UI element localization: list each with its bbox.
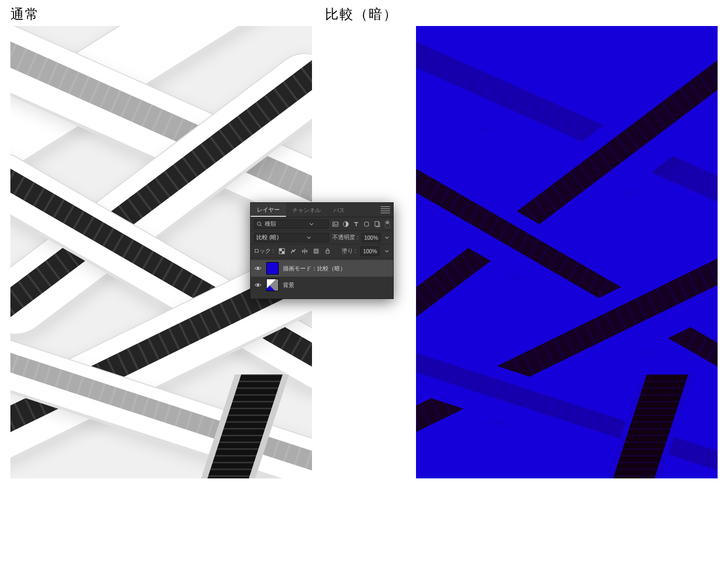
filter-toggle-switch[interactable] [385,220,390,228]
lock-all-icon[interactable] [324,248,331,255]
visibility-eye-icon[interactable] [254,264,262,272]
chevron-down-icon [296,221,326,227]
chevron-down-icon [292,235,327,241]
layer-row[interactable]: 背景 [251,277,393,293]
lock-position-icon[interactable] [301,248,308,255]
svg-rect-8 [279,249,282,251]
tab-paths[interactable]: パス [327,203,351,217]
filter-pixel-icon[interactable] [332,220,339,228]
layer-row[interactable]: 描画モード：比較（暗） [251,260,393,277]
panel-tabbar: レイヤー チャンネル パス [251,203,393,217]
svg-rect-9 [282,251,284,254]
blue-overlay [416,26,718,478]
lock-fill-row: ロック : 塗り : 10 [251,244,393,258]
layer-thumbnail [266,279,279,291]
svg-rect-11 [315,250,317,252]
svg-rect-10 [314,249,318,253]
filter-adjustment-icon[interactable] [342,220,349,228]
search-icon [256,221,263,227]
layer-thumbnail [266,262,279,275]
lock-transparency-icon[interactable] [278,248,285,255]
lock-image-icon[interactable] [290,248,297,255]
lock-artboard-icon[interactable] [313,248,320,255]
caption-normal: 通常 [10,5,40,23]
svg-point-0 [257,222,261,225]
layer-filter-row: 種類 [251,217,393,231]
fill-input[interactable]: 100% [360,246,380,256]
fill-chevron-icon[interactable] [384,248,390,254]
opacity-input[interactable]: 100% [361,233,381,242]
layer-name: 描画モード：比較（暗） [283,265,390,272]
tab-channels[interactable]: チャンネル [286,203,327,217]
filter-type-icon[interactable] [353,220,360,228]
lock-label: ロック : [254,248,274,255]
svg-rect-12 [326,251,329,253]
layer-name: 背景 [283,281,390,289]
layer-filter-kind-dropdown[interactable]: 種類 [254,219,329,229]
opacity-chevron-icon[interactable] [384,235,390,241]
blend-mode-value: 比較 (暗) [256,234,292,241]
layers-list: 描画モード：比較（暗） 背景 [251,258,393,298]
opacity-label: 不透明度 : [332,234,358,241]
fill-label: 塗り : [342,248,356,255]
filter-shape-icon[interactable] [363,220,370,228]
preview-image-darken [416,26,718,478]
svg-rect-5 [365,222,369,226]
opacity-value: 100% [364,235,378,241]
tab-layers[interactable]: レイヤー [251,203,286,217]
visibility-eye-icon[interactable] [254,281,262,289]
svg-line-1 [261,225,262,226]
fill-value: 100% [363,248,377,254]
layer-filter-kind-label: 種類 [265,220,294,228]
svg-rect-6 [375,222,379,226]
svg-point-14 [257,284,259,286]
svg-point-13 [257,267,259,269]
layers-panel: レイヤー チャンネル パス 種類 [250,202,394,299]
blend-opacity-row: 比較 (暗) 不透明度 : 100% [251,231,393,244]
caption-darken: 比較（暗） [325,5,398,23]
filter-smartobject-icon[interactable] [373,220,381,228]
blend-mode-dropdown[interactable]: 比較 (暗) [254,233,329,242]
panel-flyout-menu-icon[interactable] [381,205,390,215]
